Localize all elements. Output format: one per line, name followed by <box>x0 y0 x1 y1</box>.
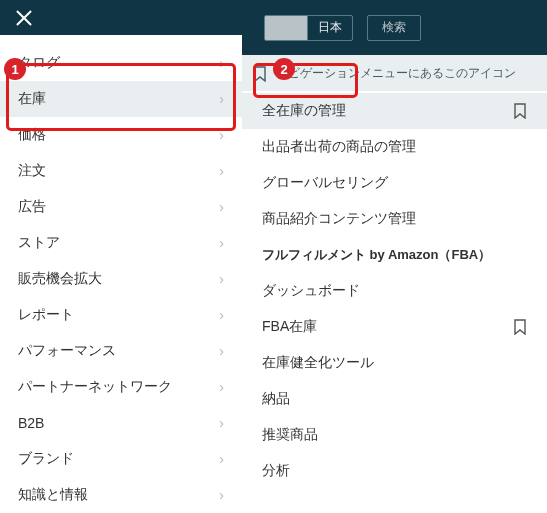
bookmark-icon <box>254 66 266 80</box>
bookmark-icon[interactable] <box>513 103 527 119</box>
sidebar-item-partner-network[interactable]: パートナーネットワーク › <box>0 369 242 405</box>
sidebar-item-learn[interactable]: 知識と情報 › <box>0 477 242 513</box>
close-icon[interactable] <box>14 8 34 28</box>
sidebar-item-label: 在庫 <box>18 90 46 108</box>
submenu-item-label: ダッシュボード <box>262 282 360 300</box>
sidebar-header <box>0 0 242 35</box>
submenu-item-inventory-health[interactable]: 在庫健全化ツール <box>242 345 547 381</box>
submenu-heading-fba: フルフィルメント by Amazon（FBA） <box>242 237 547 273</box>
sidebar-item-label: 価格 <box>18 126 46 144</box>
country-label: 日本 <box>308 19 352 36</box>
chevron-right-icon: › <box>219 92 224 106</box>
submenu-heading-label: フルフィルメント by Amazon（FBA） <box>262 246 491 264</box>
sidebar-item-label: パートナーネットワーク <box>18 378 172 396</box>
submenu-panel: 日本 検索 ナビゲーションメニューにあるこのアイコン 全在庫の管理 出品者出荷の… <box>242 0 547 513</box>
sidebar-item-label: レポート <box>18 306 74 324</box>
sidebar-item-label: 販売機会拡大 <box>18 270 102 288</box>
chevron-right-icon: › <box>219 452 224 466</box>
bookmark-icon[interactable] <box>513 319 527 335</box>
submenu-item-recommendations[interactable]: 推奨商品 <box>242 417 547 453</box>
sidebar-menu: タログ › 在庫 › 価格 › 注文 › 広告 › ストア › <box>0 35 242 513</box>
info-banner: ナビゲーションメニューにあるこのアイコン <box>242 55 547 91</box>
sidebar-item-label: ブランド <box>18 450 74 468</box>
chevron-right-icon: › <box>219 380 224 394</box>
chevron-right-icon: › <box>219 128 224 142</box>
chevron-right-icon: › <box>219 308 224 322</box>
sidebar-item-growth[interactable]: 販売機会拡大 › <box>0 261 242 297</box>
submenu-item-label: 納品 <box>262 390 290 408</box>
search-button[interactable]: 検索 <box>367 15 421 41</box>
submenu-item-label: 商品紹介コンテンツ管理 <box>262 210 416 228</box>
submenu-item-shipments[interactable]: 納品 <box>242 381 547 417</box>
chevron-right-icon: › <box>219 236 224 250</box>
submenu-item-label: 出品者出荷の商品の管理 <box>262 138 416 156</box>
sidebar-item-label: 注文 <box>18 162 46 180</box>
submenu-item-manage-all-inventory[interactable]: 全在庫の管理 <box>242 93 547 129</box>
sidebar-item-performance[interactable]: パフォーマンス › <box>0 333 242 369</box>
submenu-list: 全在庫の管理 出品者出荷の商品の管理 グローバルセリング 商品紹介コンテンツ管理… <box>242 91 547 513</box>
submenu-item-aplus[interactable]: 商品紹介コンテンツ管理 <box>242 201 547 237</box>
sidebar-item-inventory[interactable]: 在庫 › <box>0 81 242 117</box>
country-selector[interactable]: 日本 <box>264 15 353 41</box>
submenu-item-analytics[interactable]: 分析 <box>242 453 547 489</box>
app-root: タログ › 在庫 › 価格 › 注文 › 広告 › ストア › <box>0 0 547 513</box>
sidebar-item-store[interactable]: ストア › <box>0 225 242 261</box>
chevron-right-icon: › <box>219 272 224 286</box>
sidebar-item-b2b[interactable]: B2B › <box>0 405 242 441</box>
submenu-item-fba-inventory[interactable]: FBA在庫 <box>242 309 547 345</box>
sidebar-item-advertising[interactable]: 広告 › <box>0 189 242 225</box>
chevron-right-icon: › <box>219 344 224 358</box>
submenu-item-global-selling[interactable]: グローバルセリング <box>242 165 547 201</box>
submenu-item-label: FBA在庫 <box>262 318 317 336</box>
sidebar-item-label: 広告 <box>18 198 46 216</box>
sidebar-item-brand[interactable]: ブランド › <box>0 441 242 477</box>
sidebar-item-catalog[interactable]: タログ › <box>0 45 242 81</box>
flag-icon <box>265 16 307 40</box>
chevron-right-icon: › <box>219 56 224 70</box>
sidebar-item-label: ストア <box>18 234 60 252</box>
chevron-right-icon: › <box>219 488 224 502</box>
chevron-right-icon: › <box>219 164 224 178</box>
submenu-item-label: 全在庫の管理 <box>262 102 346 120</box>
submenu-item-label: 分析 <box>262 462 290 480</box>
sidebar-item-orders[interactable]: 注文 › <box>0 153 242 189</box>
header-bar: 日本 検索 <box>242 0 547 55</box>
submenu-item-mfn[interactable]: 出品者出荷の商品の管理 <box>242 129 547 165</box>
submenu-item-label: 推奨商品 <box>262 426 318 444</box>
sidebar-item-label: 知識と情報 <box>18 486 88 504</box>
submenu-item-label: グローバルセリング <box>262 174 388 192</box>
sidebar: タログ › 在庫 › 価格 › 注文 › 広告 › ストア › <box>0 0 242 513</box>
sidebar-item-label: B2B <box>18 415 44 431</box>
chevron-right-icon: › <box>219 416 224 430</box>
submenu-item-dashboard[interactable]: ダッシュボード <box>242 273 547 309</box>
submenu-item-label: 在庫健全化ツール <box>262 354 374 372</box>
banner-text: ナビゲーションメニューにあるこのアイコン <box>276 65 516 82</box>
sidebar-item-label: パフォーマンス <box>18 342 116 360</box>
sidebar-item-pricing[interactable]: 価格 › <box>0 117 242 153</box>
search-label: 検索 <box>382 19 406 36</box>
sidebar-item-label: タログ <box>18 54 60 72</box>
sidebar-item-reports[interactable]: レポート › <box>0 297 242 333</box>
chevron-right-icon: › <box>219 200 224 214</box>
